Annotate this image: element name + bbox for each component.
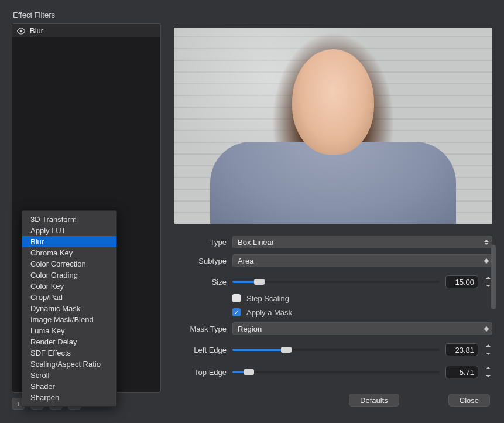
menu-item-sdf-effects[interactable]: SDF Effects bbox=[22, 347, 116, 359]
plus-icon: + bbox=[16, 400, 20, 408]
menu-item-luma-key[interactable]: Luma Key bbox=[22, 325, 116, 336]
label-type: Type bbox=[174, 238, 227, 247]
preview-pane bbox=[174, 28, 492, 224]
label-left-edge: Left Edge bbox=[174, 346, 227, 354]
menu-item-scaling-aspect-ratio[interactable]: Scaling/Aspect Ratio bbox=[22, 359, 116, 370]
menu-item-render-delay[interactable]: Render Delay bbox=[22, 336, 116, 347]
close-button[interactable]: Close bbox=[448, 394, 490, 407]
stepper-icon bbox=[482, 237, 491, 247]
step-scaling-checkbox[interactable] bbox=[232, 294, 241, 302]
menu-item-sharpen[interactable]: Sharpen bbox=[22, 392, 116, 403]
subtype-value: Area bbox=[238, 257, 253, 265]
menu-item-shader[interactable]: Shader bbox=[22, 381, 116, 392]
left-edge-slider[interactable] bbox=[232, 343, 440, 356]
menu-item-scroll[interactable]: Scroll bbox=[22, 370, 116, 381]
left-edge-input[interactable]: 23.81 bbox=[445, 343, 478, 356]
label-subtype: Subtype bbox=[174, 257, 227, 265]
type-dropdown[interactable]: Box Linear bbox=[232, 236, 492, 248]
props-scrollbar[interactable] bbox=[491, 245, 496, 371]
apply-mask-checkbox[interactable]: ✓ bbox=[232, 308, 241, 316]
menu-item-apply-lut[interactable]: Apply LUT bbox=[22, 225, 116, 236]
svg-point-0 bbox=[20, 29, 23, 32]
defaults-button[interactable]: Defaults bbox=[349, 394, 399, 407]
label-step-scaling: Step Scaling bbox=[246, 294, 289, 303]
menu-item-3d-transform[interactable]: 3D Transform bbox=[22, 214, 116, 225]
mask-type-dropdown[interactable]: Region bbox=[232, 322, 492, 335]
menu-item-image-mask-blend[interactable]: Image Mask/Blend bbox=[22, 314, 116, 325]
label-apply-mask: Apply a Mask bbox=[246, 308, 292, 317]
scrollbar-thumb[interactable] bbox=[491, 245, 496, 309]
filter-properties: Type Box Linear Subtype Area Size 15.00 … bbox=[174, 233, 492, 381]
filter-row-blur[interactable]: Blur bbox=[12, 24, 160, 37]
menu-item-dynamic-mask[interactable]: Dynamic Mask bbox=[22, 303, 116, 314]
type-value: Box Linear bbox=[238, 238, 274, 247]
size-slider[interactable] bbox=[232, 275, 440, 288]
menu-item-blur[interactable]: Blur bbox=[22, 236, 116, 247]
top-edge-slider[interactable] bbox=[232, 366, 440, 378]
size-input[interactable]: 15.00 bbox=[445, 275, 478, 288]
add-filter-menu[interactable]: 3D TransformApply LUTBlurChroma KeyColor… bbox=[22, 210, 117, 407]
stepper-icon bbox=[482, 255, 491, 266]
subtype-dropdown[interactable]: Area bbox=[232, 254, 492, 267]
label-mask-type: Mask Type bbox=[174, 325, 227, 333]
top-edge-input[interactable]: 5.71 bbox=[445, 366, 478, 378]
menu-item-chroma-key[interactable]: Chroma Key bbox=[22, 247, 116, 258]
eye-icon[interactable] bbox=[16, 27, 26, 35]
menu-item-color-correction[interactable]: Color Correction bbox=[22, 258, 116, 270]
menu-item-color-grading[interactable]: Color Grading bbox=[22, 270, 116, 281]
panel-title: Effect Filters bbox=[13, 11, 55, 19]
mask-type-value: Region bbox=[238, 325, 262, 333]
label-top-edge: Top Edge bbox=[174, 368, 227, 377]
filter-row-label: Blur bbox=[30, 26, 43, 35]
label-size: Size bbox=[174, 278, 227, 286]
menu-item-crop-pad[interactable]: Crop/Pad bbox=[22, 292, 116, 303]
stepper-icon bbox=[482, 323, 491, 334]
menu-item-color-key[interactable]: Color Key bbox=[22, 281, 116, 292]
